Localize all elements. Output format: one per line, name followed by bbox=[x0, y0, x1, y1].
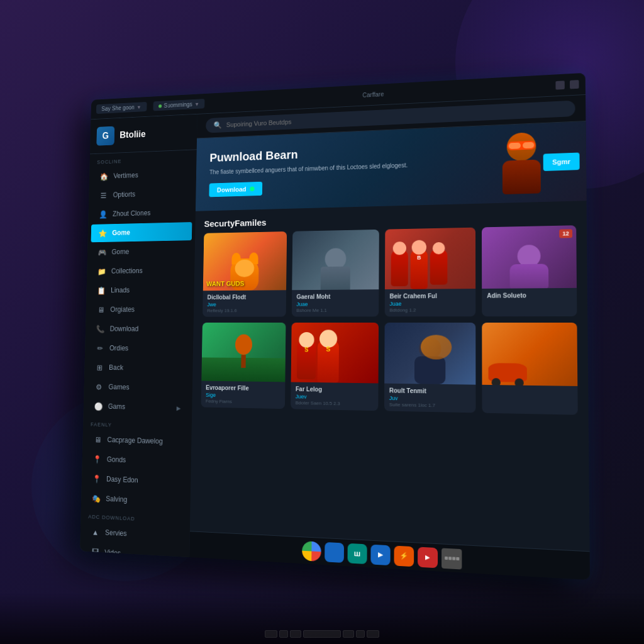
sidebar: G Btoliie Socline 🏠 Vertimes ☰ Opti bbox=[80, 114, 197, 557]
game-card-5[interactable]: Evroaporer Fille Sige Fedny Fiarns bbox=[201, 323, 286, 409]
sidebar-item-games2-label: Games bbox=[108, 383, 129, 391]
list-icon: 📋 bbox=[97, 286, 106, 295]
game1-label: WANT GUDS bbox=[206, 280, 244, 287]
hero-download-label: Download bbox=[217, 186, 247, 193]
taskbar-chrome[interactable] bbox=[302, 541, 321, 562]
grid-icon: ⊞ bbox=[95, 363, 104, 372]
game4-title: Adin Solueto bbox=[487, 292, 572, 299]
hero-download-button[interactable]: Download bbox=[209, 182, 262, 197]
game6-meta: Bdoter Saen 10.5 2.3 bbox=[296, 400, 374, 407]
sidebar-item-gams[interactable]: ⚪ Gams ▶ bbox=[87, 397, 189, 418]
sidebar-item-cacprage-label: Cacprage Dawelog bbox=[107, 436, 162, 445]
app-logo: G bbox=[96, 126, 114, 146]
game-thumb-7 bbox=[384, 323, 475, 385]
sidebar-item-orgiates[interactable]: 🖥 Orgiates bbox=[89, 300, 191, 319]
circle-icon: ⚪ bbox=[94, 401, 103, 411]
game6-title: Far Lelog bbox=[296, 386, 374, 394]
tab-2[interactable]: Suommings ▼ bbox=[153, 99, 205, 111]
game4-info: Adin Solueto bbox=[482, 288, 577, 304]
game-thumb-1: WANT GUDS bbox=[203, 231, 287, 291]
game3-publisher: Juae bbox=[389, 301, 470, 307]
sidebar-header: G Btoliie bbox=[90, 114, 197, 155]
game2-meta: Bshore Me 1.1 bbox=[296, 308, 374, 313]
window-controls bbox=[555, 80, 579, 90]
game-card-3[interactable]: B Beir Crahem Ful bbox=[385, 228, 475, 317]
game1-meta: Reflesly 19.1.6 bbox=[207, 308, 281, 313]
sidebar-item-gonds[interactable]: 📍 Gonds bbox=[86, 450, 188, 472]
sidebar-item-orgiates-label: Orgiates bbox=[110, 306, 135, 314]
edit-icon: ✏ bbox=[96, 343, 104, 353]
sidebar-item-download[interactable]: 📞 Download bbox=[89, 319, 191, 338]
search-icon: 🔍 bbox=[213, 121, 221, 129]
taskbar-icon-text-1: ш bbox=[354, 548, 361, 558]
taskbar-icon-grid[interactable] bbox=[441, 548, 462, 569]
star-icon: ⭐ bbox=[98, 228, 107, 238]
game1-info: Dicllobal Flodt Jwe Reflesly 19.1.6 bbox=[203, 290, 286, 316]
game3-meta: Bdtdong 1.2 bbox=[389, 307, 470, 313]
game8-publisher bbox=[487, 390, 572, 391]
game-thumb-2 bbox=[292, 230, 379, 290]
game3-title: Beir Crahem Ful bbox=[390, 292, 471, 299]
pin-icon: 📍 bbox=[93, 454, 102, 464]
sidebar-item-back[interactable]: ⊞ Back bbox=[87, 358, 189, 378]
location-icon: 📍 bbox=[92, 474, 101, 484]
game-card-6[interactable]: S S bbox=[291, 323, 379, 411]
keyboard-keys bbox=[265, 630, 379, 638]
folder-icon: 📁 bbox=[97, 267, 106, 275]
sidebar-item-salving-label: Salving bbox=[106, 495, 127, 504]
sidebar-item-linads[interactable]: 📋 Linads bbox=[89, 280, 191, 299]
sidebar-item-odies[interactable]: ✏ Ordies bbox=[88, 339, 190, 358]
sidebar-item-dasy[interactable]: 📍 Dasy Edon bbox=[85, 469, 187, 492]
game7-info: Roult Tenmit Juv Suite sarens 1loc 1.7 bbox=[384, 384, 475, 413]
taskbar-icon-text-3: ⚡ bbox=[399, 552, 408, 560]
sidebar-item-gome[interactable]: ⭐ Gome bbox=[91, 222, 192, 242]
sidebar-item-collections-label: Collections bbox=[111, 267, 143, 275]
taskbar-icon-text-2: ▶ bbox=[378, 550, 383, 558]
keyboard-area bbox=[0, 594, 644, 644]
games-scroll: WANT GUDS Dicllobal Flodt Jwe Reflesly 1… bbox=[190, 225, 590, 551]
sidebar-item-odies-label: Ordies bbox=[109, 344, 128, 352]
hero-text: Puwnload Bearn The fiaste symbellced ang… bbox=[209, 143, 408, 197]
taskbar-icon-orange[interactable]: ⚡ bbox=[394, 545, 414, 567]
sidebar-item-game2[interactable]: 🎮 Gome bbox=[91, 242, 192, 262]
game8-title bbox=[487, 389, 572, 390]
game-card-2[interactable]: Gaeral Moht Juae Bshore Me 1.1 bbox=[292, 230, 379, 317]
sidebar-item-collections[interactable]: 📁 Collections bbox=[90, 261, 191, 280]
game3-info: Beir Crahem Ful Juae Bdtdong 1.2 bbox=[385, 289, 475, 316]
game4-meta bbox=[487, 300, 572, 301]
hero-action-button[interactable]: Sgmr bbox=[543, 153, 580, 171]
game7-meta: Suite sarens 1loc 1.7 bbox=[389, 402, 471, 409]
sidebar-item-vertimes[interactable]: 🏠 Vertimes bbox=[92, 164, 193, 186]
sidebar-item-zhout-label: Zhout Clones bbox=[113, 209, 151, 218]
taskbar-icon-blue2[interactable]: ▶ bbox=[370, 544, 390, 565]
game-card-4[interactable]: 12 Adin Solueto bbox=[482, 225, 577, 316]
sidebar-item-zhout[interactable]: 👤 Zhout Clones bbox=[91, 203, 192, 223]
game4-publisher bbox=[487, 300, 572, 301]
sidebar-item-cacprage[interactable]: 🖥 Cacprage Dawelog bbox=[86, 430, 188, 452]
game-card-1[interactable]: WANT GUDS Dicllobal Flodt Jwe Reflesly 1… bbox=[203, 231, 287, 317]
taskbar-icon-text-4: ▶ bbox=[425, 553, 430, 560]
game-card-8[interactable] bbox=[482, 323, 577, 415]
sidebar-item-linads-label: Linads bbox=[111, 286, 130, 294]
sidebar-item-games2[interactable]: ⚙ Games bbox=[87, 377, 189, 397]
home-icon: 🏠 bbox=[100, 172, 109, 181]
taskbar-green-icon[interactable]: ш bbox=[348, 543, 367, 564]
taskbar-icon-red[interactable]: ▶ bbox=[418, 547, 438, 568]
monitor-icon: 🖥 bbox=[96, 305, 105, 314]
game-card-7[interactable]: Roult Tenmit Juv Suite sarens 1loc 1.7 bbox=[384, 323, 475, 413]
game7-title: Roult Tenmit bbox=[389, 387, 470, 396]
sidebar-item-vides-label: Vides bbox=[104, 548, 121, 557]
sidebar-item-gonds-label: Gonds bbox=[107, 455, 126, 464]
status-dot bbox=[250, 187, 254, 192]
desktop-icon: 🖥 bbox=[93, 435, 102, 444]
tab1-label: Say She goon bbox=[101, 104, 135, 112]
chevron-right-icon: ▶ bbox=[177, 404, 181, 411]
sidebar-item-options[interactable]: ☰ Optiorts bbox=[92, 184, 193, 205]
game1-publisher: Jwe bbox=[207, 301, 281, 308]
menu-icon: ☰ bbox=[99, 191, 108, 200]
game1-title: Dicllobal Flodt bbox=[208, 294, 282, 301]
game-thumb-8 bbox=[482, 323, 577, 386]
tab-1[interactable]: Say She goon ▼ bbox=[96, 102, 147, 114]
taskbar-blue1[interactable] bbox=[325, 541, 344, 562]
upload-icon: ▲ bbox=[91, 527, 100, 537]
